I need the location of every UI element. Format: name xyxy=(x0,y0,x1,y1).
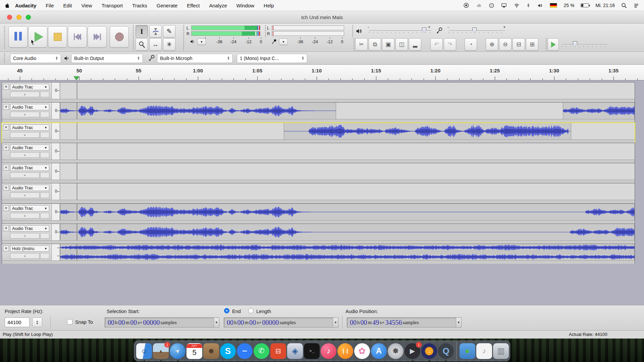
track-menu-button[interactable]: Audio Trac▼ xyxy=(10,124,49,131)
track-collapse-button[interactable]: ▲ xyxy=(10,213,40,219)
track-collapse-button[interactable]: ▲ xyxy=(10,132,40,138)
zoom-tool-button[interactable] xyxy=(136,38,148,51)
dock-icon-terminal[interactable]: >_ xyxy=(304,343,320,359)
track-menu-button[interactable]: Audio Trac▼ xyxy=(10,144,49,151)
track-menu-button[interactable]: Audio Trac▼ xyxy=(10,165,49,171)
track-menu-button[interactable]: Audio Trac▼ xyxy=(10,104,49,110)
track-content[interactable] xyxy=(60,103,635,119)
dock-icon-downloads-folder[interactable]: ● xyxy=(460,343,475,359)
track-menu-button[interactable]: Holz (Instru▼ xyxy=(10,245,49,252)
dock-icon-contacts[interactable]: ☻ xyxy=(203,343,219,359)
selection-start-field[interactable]: 00 h 00 m 00 s+00000 samples▼ xyxy=(105,317,219,327)
track-side-button[interactable] xyxy=(40,253,49,259)
track-close-button[interactable]: × xyxy=(3,245,9,251)
toolbar-grip[interactable] xyxy=(182,25,185,51)
menu-item-edit[interactable]: Edit xyxy=(59,0,77,11)
menu-item-view[interactable]: View xyxy=(76,0,97,11)
play-at-speed-button[interactable] xyxy=(548,38,559,51)
track-close-button[interactable]: × xyxy=(3,144,9,150)
track-row-1[interactable]: ×Audio Trac▼▲0– xyxy=(2,82,635,102)
toolbar-grip[interactable] xyxy=(352,25,354,37)
silence-audio-button[interactable]: ▂ xyxy=(409,38,421,51)
host-select[interactable]: Core Audio▲▼ xyxy=(10,54,61,63)
selection-tool-button[interactable]: I xyxy=(136,25,148,38)
bluetooth-icon[interactable] xyxy=(526,3,530,8)
track-close-button[interactable]: × xyxy=(3,225,9,231)
timeshift-tool-button[interactable]: ↔ xyxy=(149,38,162,51)
menu-item-tracks[interactable]: Tracks xyxy=(127,0,152,11)
track-row-9[interactable]: ×Holz (Instru▼▲–– xyxy=(2,244,635,264)
track-row-7[interactable]: ×Audio Trac▼▲0– xyxy=(2,203,635,224)
volume-icon[interactable] xyxy=(537,3,543,8)
airplay-icon[interactable] xyxy=(501,3,507,8)
dock-icon-mplayerx[interactable]: ▶1 xyxy=(405,343,420,359)
track-side-button[interactable] xyxy=(40,152,49,158)
output-device-select[interactable]: Built-in Output▲▼ xyxy=(71,54,143,63)
track-side-button[interactable] xyxy=(40,213,49,219)
dock-icon-ibooks[interactable]: ❙❙ xyxy=(337,343,353,359)
track-content[interactable] xyxy=(60,143,635,160)
dock-icon-quicktime[interactable]: Q xyxy=(438,343,454,359)
track-menu-button[interactable]: Audio Trac▼ xyxy=(10,84,49,90)
transport-pause-button[interactable] xyxy=(8,26,28,48)
dock-icon-finder[interactable]: ☺ xyxy=(136,343,152,359)
draw-tool-button[interactable]: ✎ xyxy=(163,25,175,38)
toolbar-grip[interactable] xyxy=(264,25,267,37)
menu-item-analyze[interactable]: Analyze xyxy=(204,0,231,11)
trim-audio-button[interactable]: ◫ xyxy=(395,38,408,51)
audio-position-field[interactable]: 00 h 00 m 49 s+34556 samples▼ xyxy=(347,317,462,327)
track-side-button[interactable] xyxy=(40,192,49,198)
dock-icon-app-store[interactable]: A xyxy=(371,343,387,359)
undo-button[interactable]: ↶ xyxy=(430,38,443,51)
track-collapse-button[interactable]: ▲ xyxy=(10,112,40,117)
track-row-5[interactable]: ×Audio Trac▼▲0– xyxy=(2,163,635,183)
meter-speaker-icon[interactable] xyxy=(190,39,195,44)
track-close-button[interactable]: × xyxy=(3,104,9,110)
minimize-window-button[interactable] xyxy=(16,15,21,20)
track-menu-button[interactable]: Audio Trac▼ xyxy=(10,225,49,232)
wifi-icon[interactable] xyxy=(514,3,520,8)
menu-clock[interactable]: Mi. 21:16 xyxy=(595,3,615,8)
track-close-button[interactable]: × xyxy=(3,165,9,171)
dock-icon-audacity[interactable]: ♫ xyxy=(421,343,437,359)
menu-item-help[interactable]: Help xyxy=(259,0,279,11)
dock-icon-photos[interactable]: ▲2 xyxy=(153,343,169,359)
project-rate-stepper[interactable]: ▲▼ xyxy=(32,317,42,327)
recording-volume-slider[interactable] xyxy=(449,31,505,31)
track-row-6[interactable]: ×Audio Trac▼▲0– xyxy=(2,183,635,203)
track-close-button[interactable]: × xyxy=(3,84,9,90)
menu-item-effect[interactable]: Effect xyxy=(182,0,204,11)
snap-to-checkbox[interactable] xyxy=(67,319,72,324)
zoom-window-button[interactable] xyxy=(26,15,31,20)
dock-icon-safari[interactable]: ➤ xyxy=(170,343,185,359)
track-collapse-button[interactable]: ▲ xyxy=(10,172,40,178)
recording-meter-dropdown[interactable]: ▼ xyxy=(279,39,288,45)
project-rate-input[interactable]: 44100 xyxy=(5,317,30,327)
track-content[interactable] xyxy=(60,183,635,200)
track-row-8[interactable]: ×Audio Trac▼▲0– xyxy=(2,224,635,244)
envelope-tool-button[interactable] xyxy=(149,25,162,38)
menu-item-audacity[interactable]: Audacity xyxy=(10,0,41,11)
fit-project-button[interactable]: ⊞ xyxy=(526,38,538,51)
menu-item-generate[interactable]: Generate xyxy=(152,0,182,11)
track-side-button[interactable] xyxy=(40,132,49,138)
toolbar-grip[interactable] xyxy=(353,38,355,51)
dock-icon-calendar[interactable]: OKT5 xyxy=(186,343,202,359)
circle-icon[interactable] xyxy=(489,3,494,8)
redo-button[interactable]: ↷ xyxy=(444,38,456,51)
dock-icon-system-preferences[interactable]: ✸ xyxy=(388,343,404,359)
track-menu-button[interactable]: Audio Trac▼ xyxy=(10,205,49,212)
track-collapse-button[interactable]: ▲ xyxy=(10,233,40,239)
track-collapse-button[interactable]: ▲ xyxy=(10,92,40,97)
track-close-button[interactable]: × xyxy=(3,205,9,211)
track-side-button[interactable] xyxy=(40,92,49,97)
menu-item-file[interactable]: File xyxy=(41,0,58,11)
toolbar-grip[interactable] xyxy=(3,26,6,50)
end-label[interactable]: End xyxy=(232,309,241,314)
cut-button[interactable]: ✂ xyxy=(355,38,368,51)
paste-button[interactable]: ▣ xyxy=(382,38,394,51)
track-side-button[interactable] xyxy=(40,112,49,117)
play-speed-slider[interactable] xyxy=(561,44,608,45)
close-window-button[interactable] xyxy=(7,15,12,20)
menu-item-window[interactable]: Window xyxy=(232,0,259,11)
